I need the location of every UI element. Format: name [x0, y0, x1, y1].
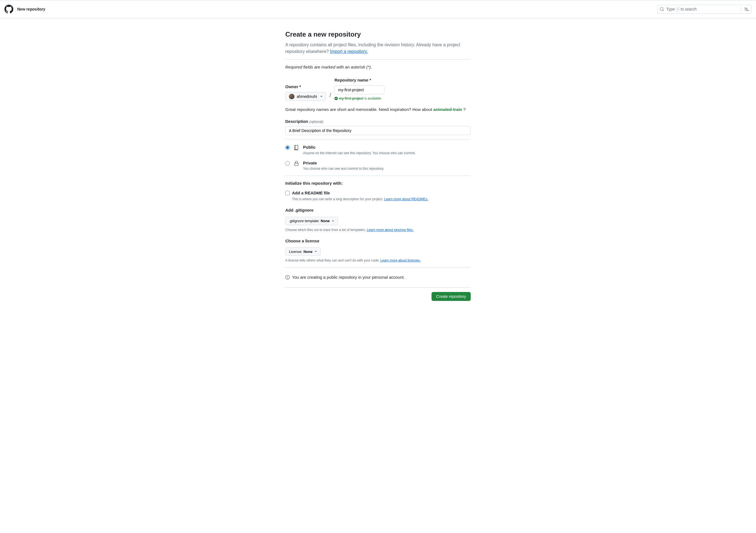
import-repo-link[interactable]: Import a repository.	[330, 49, 368, 54]
private-title: Private	[303, 160, 384, 166]
search-divider	[741, 6, 741, 12]
info-row: You are creating a public repository in …	[285, 272, 471, 283]
visibility-private[interactable]: Private You choose who can see and commi…	[285, 160, 471, 171]
license-help: A license tells others what they can and…	[285, 258, 471, 263]
repo-name-field: Repository name * my-first-project is av…	[335, 77, 384, 101]
init-heading: Initialize this repository with:	[285, 180, 471, 187]
required-note: Required fields are marked with an aster…	[285, 64, 471, 70]
owner-value: ahmedmuhi	[297, 94, 317, 99]
readme-learn-link[interactable]: Learn more about READMEs.	[384, 197, 428, 201]
caret-down-icon	[320, 96, 322, 97]
repo-name-input[interactable]	[335, 86, 384, 94]
readme-title: Add a README file	[292, 190, 428, 196]
submit-row: Create repository	[285, 292, 471, 301]
repo-name-label: Repository name *	[335, 77, 384, 84]
page-intro: A repository contains all project files,…	[285, 41, 471, 55]
private-radio[interactable]	[285, 161, 290, 165]
readme-desc: This is where you can write a long descr…	[292, 197, 428, 202]
license-learn-link[interactable]: Learn more about licenses.	[381, 259, 421, 262]
info-icon	[285, 275, 290, 280]
search-placeholder-prefix: Type	[666, 6, 675, 12]
owner-select[interactable]: ahmedmuhi	[285, 92, 326, 101]
gitignore-prefix: .gitignore template:	[289, 219, 320, 223]
header-left: New repository	[4, 5, 45, 13]
desc-optional-text: (optional)	[310, 120, 323, 124]
license-section: Choose a license License: None A license…	[285, 238, 471, 263]
gitignore-heading: Add .gitignore	[285, 207, 471, 214]
readme-option[interactable]: Add a README file This is where you can …	[285, 190, 471, 202]
readme-text: Add a README file This is where you can …	[292, 190, 428, 202]
page-title: New repository	[17, 6, 45, 12]
create-repository-button[interactable]: Create repository	[432, 292, 471, 301]
search-placeholder: Type / to search	[666, 6, 739, 12]
public-desc: Anyone on the internet can see this repo…	[303, 151, 416, 156]
public-radio[interactable]	[285, 145, 290, 150]
divider	[285, 140, 471, 140]
repo-icon	[293, 144, 300, 151]
search-key-icon: /	[676, 7, 679, 12]
gitignore-value: None	[321, 219, 330, 223]
gitignore-help: Choose which files not to track from a l…	[285, 227, 471, 232]
visibility-public[interactable]: Public Anyone on the internet can see th…	[285, 144, 471, 156]
gitignore-learn-link[interactable]: Learn more about ignoring files.	[366, 228, 414, 232]
public-title: Public	[303, 144, 416, 151]
gitignore-select[interactable]: .gitignore template: None	[285, 217, 338, 225]
description-input[interactable]	[285, 126, 471, 135]
name-inspiration: Great repository names are short and mem…	[285, 107, 471, 113]
readme-checkbox[interactable]	[285, 191, 290, 195]
readme-desc-text: This is where you can write a long descr…	[292, 197, 384, 201]
public-text: Public Anyone on the internet can see th…	[303, 144, 416, 156]
site-header: New repository Type / to search	[0, 0, 756, 18]
divider	[285, 59, 471, 60]
slash-separator: /	[328, 91, 332, 101]
search-icon	[660, 7, 664, 12]
divider	[285, 287, 471, 288]
gitignore-help-text: Choose which files not to track from a l…	[285, 228, 366, 232]
license-help-text: A license tells others what they can and…	[285, 259, 381, 262]
desc-label: Description (optional)	[285, 119, 323, 124]
owner-repo-row: Owner * ahmedmuhi / Repository name * my…	[285, 77, 471, 101]
owner-field: Owner * ahmedmuhi	[285, 84, 326, 101]
visibility-group: Public Anyone on the internet can see th…	[285, 144, 471, 171]
description-field: Description (optional)	[285, 118, 471, 135]
svg-rect-0	[295, 163, 298, 165]
license-select[interactable]: License: None	[285, 247, 321, 256]
inspire-q: ?	[462, 107, 466, 112]
owner-label: Owner *	[285, 84, 326, 90]
main-form: Create a new repository A repository con…	[281, 18, 475, 312]
caret-down-icon	[332, 220, 334, 221]
license-value: None	[303, 250, 312, 254]
desc-label-text: Description	[285, 119, 310, 124]
search-input[interactable]: Type / to search	[657, 5, 752, 13]
lock-icon	[293, 160, 300, 166]
intro-text: A repository contains all project files,…	[285, 42, 460, 54]
page-heading: Create a new repository	[285, 29, 471, 39]
github-logo-icon[interactable]	[4, 5, 13, 13]
info-text: You are creating a public repository in …	[292, 274, 405, 281]
license-prefix: License:	[289, 250, 302, 254]
private-desc: You choose who can see and commit to thi…	[303, 166, 384, 171]
check-circle-icon	[335, 97, 338, 100]
avatar	[289, 94, 294, 99]
command-palette-icon[interactable]	[744, 7, 749, 12]
caret-down-icon	[315, 251, 317, 252]
search-placeholder-suffix: to search	[681, 6, 697, 12]
availability-message: my-first-project is available.	[335, 96, 384, 101]
avail-suffix: is available.	[364, 96, 382, 101]
license-heading: Choose a license	[285, 238, 471, 244]
gitignore-section: Add .gitignore .gitignore template: None…	[285, 207, 471, 232]
inspire-suggestion[interactable]: animated-train	[434, 107, 462, 112]
header-right: Type / to search	[657, 5, 752, 13]
private-text: Private You choose who can see and commi…	[303, 160, 384, 171]
inspire-text: Great repository names are short and mem…	[285, 107, 434, 112]
avail-name: my-first-project	[339, 96, 363, 101]
